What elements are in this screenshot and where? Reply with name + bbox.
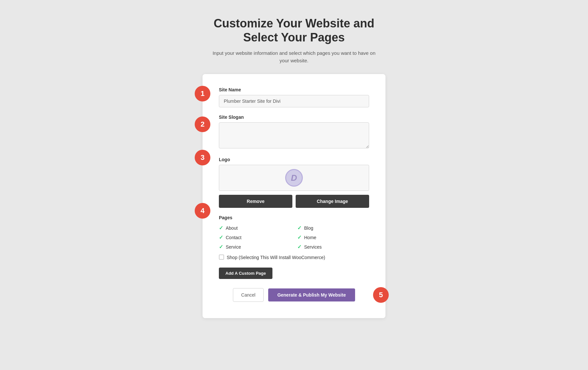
pages-grid: ✓ About ✓ Blog ✓ Contact ✓ Home ✓ Servic… (219, 225, 369, 250)
step-4-badge: 4 (195, 203, 210, 219)
remove-button[interactable]: Remove (219, 195, 292, 208)
site-name-group: Site Name (219, 87, 369, 107)
page-item-contact[interactable]: ✓ Contact (219, 234, 291, 240)
page-item-service[interactable]: ✓ Service (219, 244, 291, 250)
logo-group: Logo D Remove Change Image (219, 157, 369, 208)
check-contact-icon: ✓ (219, 234, 223, 240)
step-5-badge: 5 (373, 287, 389, 303)
form-card: 1 Site Name 2 Site Slogan 3 Logo D Remov… (203, 74, 385, 318)
page-title: Customize Your Website and Select Your P… (212, 16, 376, 44)
page-contact-label: Contact (226, 235, 241, 240)
check-about-icon: ✓ (219, 225, 223, 231)
divi-logo-icon: D (285, 169, 303, 187)
step-3-badge: 3 (195, 150, 210, 165)
page-services-label: Services (304, 244, 322, 250)
logo-button-row: Remove Change Image (219, 195, 369, 208)
page-item-services[interactable]: ✓ Services (297, 244, 369, 250)
page-blog-label: Blog (304, 225, 313, 231)
page-item-about[interactable]: ✓ About (219, 225, 291, 231)
site-name-label: Site Name (219, 87, 369, 92)
pages-section: Pages ✓ About ✓ Blog ✓ Contact ✓ Home ✓ … (219, 215, 369, 288)
logo-placeholder: D (219, 165, 369, 191)
step-1-badge: 1 (195, 86, 210, 101)
site-slogan-input[interactable] (219, 122, 369, 148)
form-footer: Cancel Generate & Publish My Website 5 (219, 288, 369, 302)
site-slogan-group: Site Slogan (219, 115, 369, 150)
page-subtitle: Input your website information and selec… (212, 50, 376, 64)
pages-label: Pages (219, 215, 369, 220)
step-2-badge: 2 (195, 116, 210, 132)
check-blog-icon: ✓ (297, 225, 302, 231)
cancel-button[interactable]: Cancel (233, 288, 264, 302)
publish-button[interactable]: Generate & Publish My Website (268, 288, 355, 301)
site-name-input[interactable] (219, 95, 369, 107)
page-home-label: Home (304, 235, 316, 240)
check-home-icon: ✓ (297, 234, 302, 240)
site-slogan-label: Site Slogan (219, 115, 369, 120)
shop-checkbox[interactable] (219, 254, 224, 260)
check-services-icon: ✓ (297, 244, 302, 250)
page-service-label: Service (226, 244, 241, 250)
check-service-icon: ✓ (219, 244, 223, 250)
page-item-blog[interactable]: ✓ Blog (297, 225, 369, 231)
change-image-button[interactable]: Change Image (296, 195, 369, 208)
shop-label: Shop (Selecting This Will Install WooCom… (227, 254, 325, 261)
add-custom-page-button[interactable]: Add A Custom Page (219, 268, 272, 279)
page-about-label: About (226, 225, 238, 231)
page-item-home[interactable]: ✓ Home (297, 234, 369, 240)
page-item-shop[interactable]: Shop (Selecting This Will Install WooCom… (219, 254, 369, 261)
logo-label: Logo (219, 157, 369, 162)
page-header: Customize Your Website and Select Your P… (212, 16, 376, 64)
